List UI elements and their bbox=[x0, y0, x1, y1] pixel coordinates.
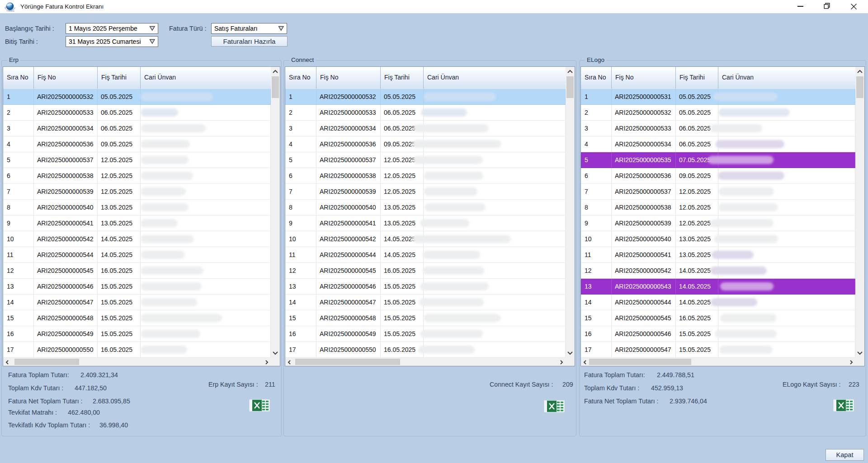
svg-text:YORUNGE: YORUNGE bbox=[6, 10, 14, 12]
